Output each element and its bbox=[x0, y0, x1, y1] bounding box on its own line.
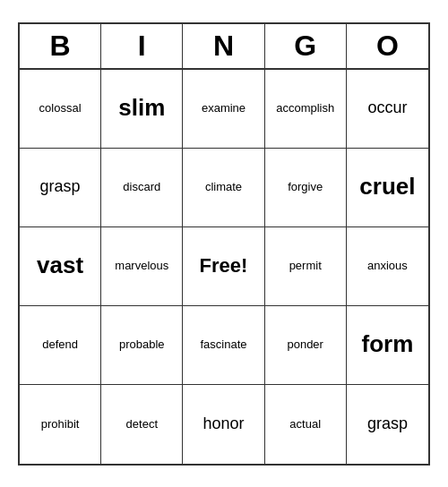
bingo-cell[interactable]: vast bbox=[20, 227, 101, 306]
bingo-cell[interactable]: ponder bbox=[265, 306, 347, 385]
cell-text: marvelous bbox=[115, 259, 168, 273]
bingo-cell[interactable]: grasp bbox=[347, 385, 428, 464]
cell-text: actual bbox=[289, 417, 321, 431]
bingo-cell[interactable]: slim bbox=[101, 70, 183, 149]
cell-text: occur bbox=[367, 98, 407, 118]
cell-text: form bbox=[362, 330, 414, 358]
header-letter: I bbox=[101, 24, 183, 68]
cell-text: discard bbox=[123, 180, 160, 194]
cell-text: detect bbox=[126, 417, 158, 431]
bingo-cell[interactable]: marvelous bbox=[101, 227, 183, 306]
cell-text: fascinate bbox=[200, 337, 246, 352]
cell-text: vast bbox=[37, 252, 83, 279]
bingo-cell[interactable]: discard bbox=[101, 149, 183, 227]
bingo-cell[interactable]: actual bbox=[265, 385, 347, 464]
cell-text: prohibit bbox=[41, 417, 80, 431]
bingo-cell[interactable]: probable bbox=[101, 306, 183, 385]
cell-text: cruel bbox=[359, 173, 415, 201]
cell-text: probable bbox=[119, 337, 165, 352]
bingo-header: BINGO bbox=[20, 24, 428, 70]
cell-text: forgive bbox=[288, 180, 323, 194]
bingo-cell[interactable]: examine bbox=[183, 70, 264, 149]
cell-text: honor bbox=[202, 414, 244, 434]
bingo-cell[interactable]: Free! bbox=[183, 227, 264, 306]
bingo-cell[interactable]: defend bbox=[20, 306, 101, 385]
bingo-card: BINGO colossalslimexamineaccomplishoccur… bbox=[18, 22, 430, 466]
cell-text: colossal bbox=[39, 101, 82, 115]
cell-text: climate bbox=[205, 180, 242, 194]
bingo-cell[interactable]: forgive bbox=[265, 149, 347, 227]
header-letter: N bbox=[183, 24, 264, 68]
bingo-cell[interactable]: climate bbox=[183, 149, 264, 227]
bingo-cell[interactable]: form bbox=[347, 306, 428, 385]
cell-text: grasp bbox=[367, 414, 408, 434]
header-letter: B bbox=[20, 24, 101, 68]
bingo-cell[interactable]: grasp bbox=[20, 149, 101, 227]
bingo-cell[interactable]: colossal bbox=[20, 70, 101, 149]
bingo-cell[interactable]: anxious bbox=[347, 227, 428, 306]
bingo-cell[interactable]: fascinate bbox=[183, 306, 264, 385]
bingo-cell[interactable]: permit bbox=[265, 227, 347, 306]
cell-text: permit bbox=[289, 259, 322, 273]
cell-text: slim bbox=[118, 94, 165, 122]
cell-text: ponder bbox=[287, 337, 323, 352]
header-letter: O bbox=[347, 24, 428, 68]
cell-text: examine bbox=[202, 101, 246, 115]
bingo-cell[interactable]: prohibit bbox=[20, 385, 101, 464]
bingo-cell[interactable]: honor bbox=[183, 385, 264, 464]
cell-text: Free! bbox=[200, 254, 248, 278]
bingo-grid: colossalslimexamineaccomplishoccurgraspd… bbox=[20, 70, 428, 464]
cell-text: anxious bbox=[367, 259, 408, 273]
bingo-cell[interactable]: cruel bbox=[347, 149, 428, 227]
header-letter: G bbox=[265, 24, 347, 68]
cell-text: accomplish bbox=[276, 101, 334, 115]
cell-text: defend bbox=[42, 337, 78, 352]
bingo-cell[interactable]: detect bbox=[101, 385, 183, 464]
cell-text: grasp bbox=[40, 177, 81, 197]
bingo-cell[interactable]: occur bbox=[347, 70, 428, 149]
bingo-cell[interactable]: accomplish bbox=[265, 70, 347, 149]
